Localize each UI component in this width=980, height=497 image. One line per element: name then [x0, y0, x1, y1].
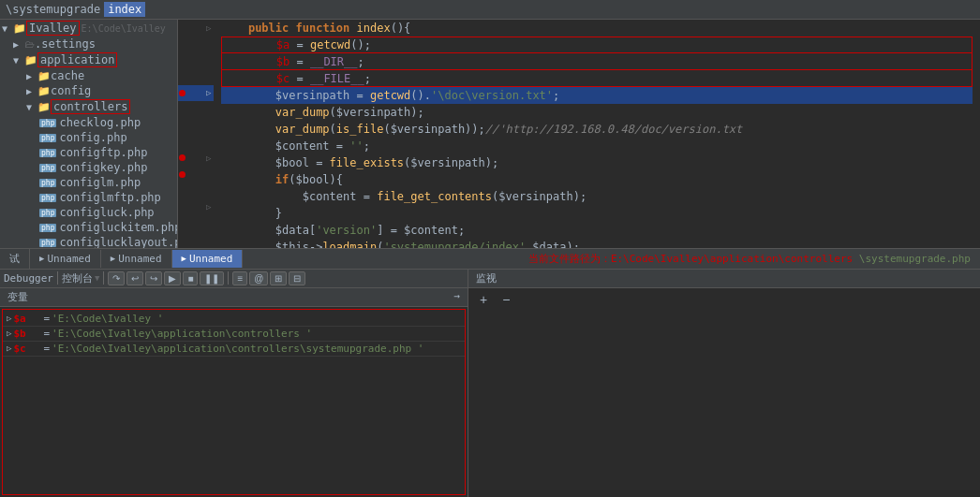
tree-label-configlmftp: configlmftp.php	[59, 191, 160, 204]
code-text-5-semi: ;	[553, 87, 559, 104]
code-text-8-semi: ;	[364, 138, 370, 154]
tree-item-configlucklayout[interactable]: php configlucklayout.php	[0, 235, 177, 248]
debug-btn-run[interactable]: ▶	[164, 271, 181, 285]
gutter-indicator-7	[178, 123, 186, 129]
toolbar-sep-1	[57, 271, 58, 285]
var-name-b: $b	[13, 328, 41, 340]
code-text-14-arrow: ->	[309, 239, 322, 248]
folder-icon-controllers: 📁	[37, 101, 51, 113]
main-content: ▼ 📁 Ivalley E:\Code\Ivalley ▶ 🗁 .setting…	[0, 20, 980, 248]
debug-btn-watch[interactable]: ⊞	[270, 271, 287, 285]
debug-btn-format[interactable]: ≡	[232, 271, 247, 285]
debug-btn-unwatch[interactable]: ⊟	[289, 271, 305, 285]
var-row-b: ▷ $b = 'E:\Code\Ivalley\application\cont…	[3, 327, 465, 342]
var-value-b: 'E:\Code\Ivalley\application\controllers…	[52, 328, 312, 340]
gutter-row-1: ▷	[178, 20, 214, 36]
tree-item-settings[interactable]: ▶ 🗁 .settings	[0, 37, 177, 51]
control-tab-label[interactable]: 控制台	[62, 271, 93, 285]
tree-item-controllers[interactable]: ▼ 📁 controllers	[0, 98, 177, 115]
gutter-row-5: ▷	[178, 85, 214, 101]
tree-item-configlm[interactable]: php configlm.php	[0, 175, 177, 190]
variables-content: ▷ $a = 'E:\Code\Ivalley ' ▷ $b = 'E:\Cod…	[2, 309, 466, 496]
gutter-indicator-14	[178, 236, 186, 242]
code-fn-fileexists: file_exists	[330, 154, 404, 171]
code-editor[interactable]: ▷ ▷	[178, 20, 980, 248]
code-text-7-indent	[221, 121, 275, 138]
code-line-3: $b = __DIR__ ;	[221, 53, 973, 70]
debug-btn-eval[interactable]: @	[249, 271, 268, 285]
tree-item-configftp[interactable]: php configftp.php	[0, 145, 177, 160]
php-icon-configkey: php	[39, 164, 56, 172]
tree-root[interactable]: ▼ 📁 Ivalley E:\Code\Ivalley	[0, 20, 177, 37]
code-comment-7: //'http://192.168.0.48/doc/version.txt	[485, 121, 743, 138]
tree-item-checklog[interactable]: php checklog.php	[0, 115, 177, 130]
code-text-6-indent	[221, 104, 275, 121]
tree-item-config-php[interactable]: php config.php	[0, 130, 177, 145]
watch-buttons: + −	[476, 292, 973, 307]
variables-header: 变量 →	[0, 288, 468, 307]
debug-btn-stop[interactable]: ■	[183, 271, 198, 285]
code-line-8: $content = '' ;	[221, 138, 973, 154]
code-var-versinpath: $versinpath	[275, 87, 349, 104]
control-dropdown-arrow: ▼	[95, 273, 99, 283]
tree-item-application[interactable]: ▼ 📁 application	[0, 51, 177, 68]
tree-label-config-php: config.php	[59, 131, 126, 144]
code-text-9-indent	[221, 154, 275, 171]
code-text-7-p1: (	[330, 121, 336, 138]
tree-label-configluck: configluck.php	[59, 206, 154, 219]
debug-btn-step-into[interactable]: ↩	[126, 271, 143, 285]
debugger-label: Debugger	[4, 272, 53, 285]
code-str-version: 'version'	[316, 222, 377, 239]
watch-remove-button[interactable]: −	[498, 292, 513, 307]
debug-btn-step-out[interactable]: ↪	[145, 271, 162, 285]
line-gutter: ▷ ▷	[178, 20, 214, 248]
tab-unnamed-2[interactable]: ▶ Unnamed	[101, 250, 172, 268]
code-fn-isfile: is_file	[336, 121, 384, 138]
code-text-5-indent	[221, 87, 275, 104]
tab-shi[interactable]: 试	[0, 249, 30, 269]
gutter-row-4	[178, 68, 214, 84]
tree-label-checklog: checklog.php	[59, 116, 141, 129]
watch-add-button[interactable]: +	[476, 292, 491, 307]
tree-arrow-cache: ▶	[26, 71, 37, 81]
debug-btn-step-over[interactable]: ↷	[108, 271, 125, 285]
code-dir-const: __DIR__	[310, 53, 358, 70]
debug-btn-pause[interactable]: ❚❚	[200, 271, 224, 285]
code-text-14-p1: (	[377, 239, 383, 248]
tab-unnamed-3[interactable]: ▶ Unnamed	[172, 250, 244, 268]
tree-item-configluckitem[interactable]: php configluckitem.php	[0, 220, 177, 235]
code-str-sysupgrade: 'systemupgrade/index'	[383, 239, 526, 248]
code-lines[interactable]: public function index (){ $a = getcwd ()…	[214, 20, 980, 248]
folder-icon-cache: 📁	[37, 70, 51, 82]
folder-icon-settings: 🗁	[24, 38, 35, 51]
code-var-this: $this	[275, 239, 309, 248]
code-fn-getcwd1: getcwd	[310, 37, 350, 53]
tab-unnamed-1[interactable]: ▶ Unnamed	[30, 250, 101, 268]
code-text-7-p2: ($versinpath));	[383, 121, 484, 138]
status-path: \systemupgrade.php	[859, 253, 971, 265]
tree-item-config[interactable]: ▶ 📁 config	[0, 83, 177, 98]
code-text-1-sp2	[349, 20, 356, 37]
watch-header: 监视	[468, 270, 980, 288]
tab-unnamed-3-label: Unnamed	[189, 253, 232, 265]
var-row-a: ▷ $a = 'E:\Code\Ivalley '	[3, 312, 465, 327]
status-text: 当前文件路径为：E:\Code\Ivalley\application\cont…	[528, 253, 853, 265]
php-icon-configlucklayout: php	[39, 239, 56, 247]
tree-arrow-settings: ▶	[13, 39, 24, 50]
code-kw-public: public	[248, 20, 289, 37]
tree-arrow-application: ▼	[13, 55, 24, 66]
var-row-c: ▷ $c = 'E:\Code\Ivalley\application\cont…	[3, 342, 465, 357]
code-fn-loadmain: loadmain	[322, 239, 377, 248]
code-text-3-indent	[222, 53, 276, 70]
gutter-indicator-12	[178, 203, 186, 210]
code-text-2-indent	[222, 37, 276, 53]
gutter-arrow-12: ▷	[206, 202, 214, 212]
tree-item-configluck[interactable]: php configluck.php	[0, 205, 177, 220]
gutter-arrow-5: ▷	[206, 88, 214, 97]
tree-item-configkey[interactable]: php configkey.php	[0, 160, 177, 175]
gutter-row-13	[178, 215, 214, 231]
tree-item-configlmftp[interactable]: php configlmftp.php	[0, 190, 177, 205]
tree-label-configlm: configlm.php	[59, 176, 141, 189]
debugger-toolbar: Debugger 控制台 ▼ ↷ ↩ ↪ ▶ ■ ❚❚ ≡ @ ⊞ ⊟	[0, 270, 468, 288]
tree-item-cache[interactable]: ▶ 📁 cache	[0, 68, 177, 83]
